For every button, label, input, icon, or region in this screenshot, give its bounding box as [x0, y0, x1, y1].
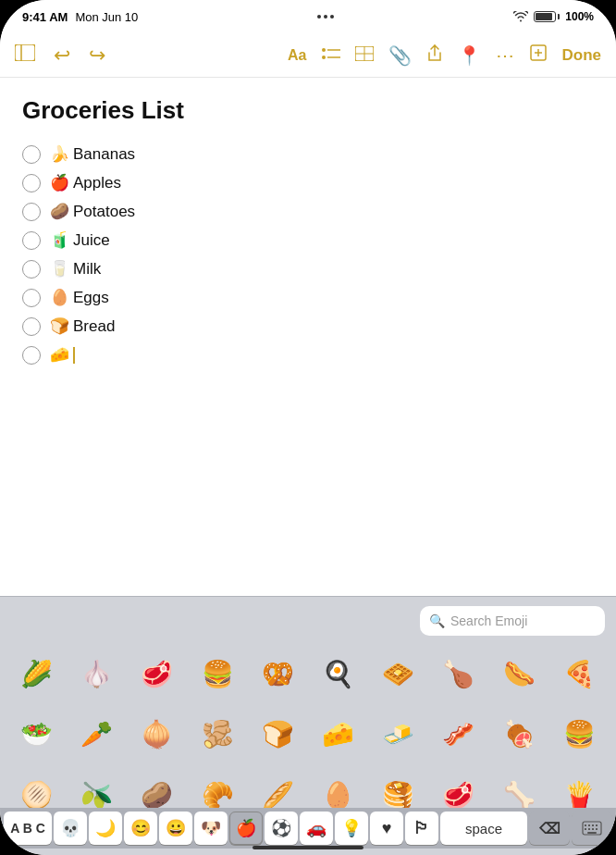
travel-icon-btn[interactable]: 🚗 [300, 812, 333, 845]
emoji-cell[interactable]: 🥖 [249, 765, 307, 808]
emoji-cell[interactable]: 🍖 [490, 705, 548, 763]
list-item: 🍎 Apples [22, 168, 594, 197]
checkbox[interactable] [22, 346, 41, 365]
keyboard-toggle-button[interactable] [572, 812, 612, 845]
sidebar-toggle-icon[interactable] [15, 44, 35, 66]
note-area: Groceries List 🍌 Bananas 🍎 Apples 🥔 Pota… [0, 78, 616, 596]
checkbox[interactable] [22, 174, 41, 192]
emoji-cell[interactable]: 🍕 [550, 645, 609, 703]
emoji-search-input[interactable]: 🔍 Search Emoji [420, 606, 605, 636]
emoji-icon-btn[interactable]: 😀 [159, 812, 192, 845]
svg-rect-15 [592, 824, 594, 826]
emoji-search-bar: 🔍 Search Emoji [0, 597, 616, 641]
checkbox[interactable] [22, 145, 41, 164]
emoji-cell[interactable]: 🍳 [309, 645, 367, 703]
emoji-cell[interactable]: 🥩 [128, 645, 186, 703]
table-icon[interactable] [355, 44, 374, 66]
smiley-icon-btn[interactable]: 😊 [124, 812, 157, 845]
note-title[interactable]: Groceries List [22, 96, 594, 125]
status-bar-right: 100% [513, 10, 594, 23]
emoji-cell[interactable]: 🥔 [128, 765, 186, 808]
status-bar-left: 9:41 AM Mon Jun 10 [22, 10, 138, 24]
checkbox[interactable] [22, 203, 41, 221]
emoji-grid: 🌽 🧄 🥩 🍔 🥨 🍳 🧇 🍗 🌭 🍕 🥗 🥕 🧅 🫚 🍞 🧀 🧈 🥓 🍖 🍔 … [0, 641, 616, 808]
list-item: 🧀 [22, 341, 594, 369]
keyboard-bottom-bar: A B C 💀 🌙 😊 😀 🐶 🍎 ⚽ 🚗 💡 ♥ 🏳 space ⌫ [0, 808, 616, 849]
undo-icon[interactable]: ↩ [54, 43, 70, 68]
emoji-cell[interactable]: 🥞 [369, 765, 427, 808]
wifi-icon [513, 11, 528, 22]
animal-icon-btn[interactable]: 🐶 [194, 812, 228, 845]
format-text-icon[interactable]: Aa [288, 47, 306, 64]
list-item: 🧃 Juice [22, 226, 594, 254]
emoji-cell[interactable]: 🍟 [550, 765, 609, 808]
flag-icon-btn[interactable]: 🏳 [405, 812, 438, 845]
svg-rect-21 [587, 832, 597, 834]
emoji-cell[interactable]: 🌭 [490, 645, 548, 703]
list-item: 🍌 Bananas [22, 140, 594, 168]
emoji-cell[interactable]: 🫒 [68, 765, 126, 808]
checkbox[interactable] [22, 260, 41, 279]
emoji-cell[interactable]: 🍔 [550, 705, 609, 763]
abc-button[interactable]: A B C [4, 812, 52, 845]
done-button[interactable]: Done [562, 46, 602, 65]
list-icon[interactable] [322, 44, 340, 66]
objects-icon-btn[interactable]: 💡 [335, 812, 368, 845]
attachment-icon[interactable]: 📎 [388, 44, 412, 67]
sports-icon-btn[interactable]: ⚽ [265, 812, 298, 845]
checkbox[interactable] [22, 289, 41, 307]
emoji-cell[interactable]: 🫓 [7, 765, 66, 808]
checklist: 🍌 Bananas 🍎 Apples 🥔 Potatoes 🧃 Juice 🥛 … [22, 140, 594, 369]
toolbar: ↩ ↪ Aa [0, 33, 616, 78]
emoji-cell[interactable]: 🫚 [189, 705, 247, 763]
emoji-cell[interactable]: 🧅 [128, 705, 186, 763]
toolbar-right: Aa 📎 [288, 43, 601, 67]
list-item: 🥚 Eggs [22, 283, 594, 312]
emoji-cell[interactable]: 🥕 [68, 705, 126, 763]
text-cursor [73, 347, 75, 364]
checkbox[interactable] [22, 317, 41, 336]
svg-rect-0 [15, 44, 35, 61]
emoji-cell[interactable]: 🌽 [7, 645, 66, 703]
emoji-cell[interactable]: 🥐 [189, 765, 247, 808]
toolbar-left: ↩ ↪ [15, 43, 288, 68]
list-item: 🥔 Potatoes [22, 197, 594, 226]
share-icon[interactable] [426, 43, 443, 67]
svg-rect-19 [592, 828, 594, 830]
emoji-cell[interactable]: 🥩 [429, 765, 487, 808]
status-bar: 9:41 AM Mon Jun 10 [0, 0, 616, 33]
checkbox[interactable] [22, 231, 41, 250]
emoji-cell[interactable]: 🥚 [309, 765, 367, 808]
emoji-cell[interactable]: 🍔 [189, 645, 247, 703]
battery-percent: 100% [565, 10, 594, 23]
skull-icon-btn[interactable]: 💀 [54, 812, 87, 845]
emoji-cell[interactable]: 🥨 [249, 645, 307, 703]
space-button[interactable]: space [440, 812, 527, 845]
emoji-cell[interactable]: 🦴 [490, 765, 548, 808]
svg-rect-13 [585, 824, 586, 826]
date-display: Mon Jun 10 [75, 10, 138, 24]
list-item: 🍞 Bread [22, 312, 594, 341]
moon-icon-btn[interactable]: 🌙 [89, 812, 122, 845]
status-bar-center [317, 15, 334, 19]
emoji-cell[interactable]: 🧇 [369, 645, 427, 703]
emoji-cell[interactable]: 🥗 [7, 705, 66, 763]
svg-rect-17 [585, 828, 586, 830]
svg-rect-14 [588, 824, 590, 826]
more-icon[interactable]: ⋯ [496, 44, 514, 67]
emoji-cell[interactable]: 🧈 [369, 705, 427, 763]
redo-icon[interactable]: ↪ [89, 43, 105, 68]
new-note-icon[interactable] [529, 43, 548, 67]
emoji-cell[interactable]: 🥓 [429, 705, 487, 763]
food-icon-btn[interactable]: 🍎 [229, 812, 263, 845]
svg-point-2 [322, 48, 326, 52]
delete-button[interactable]: ⌫ [529, 812, 570, 845]
pin-icon[interactable]: 📍 [458, 44, 481, 67]
svg-rect-16 [596, 824, 598, 826]
heart-icon-btn[interactable]: ♥ [370, 812, 403, 845]
emoji-cell[interactable]: 🧄 [68, 645, 126, 703]
emoji-cell[interactable]: 🍗 [429, 645, 487, 703]
emoji-cell[interactable]: 🧀 [309, 705, 367, 763]
home-indicator [253, 846, 363, 849]
emoji-cell[interactable]: 🍞 [249, 705, 307, 763]
